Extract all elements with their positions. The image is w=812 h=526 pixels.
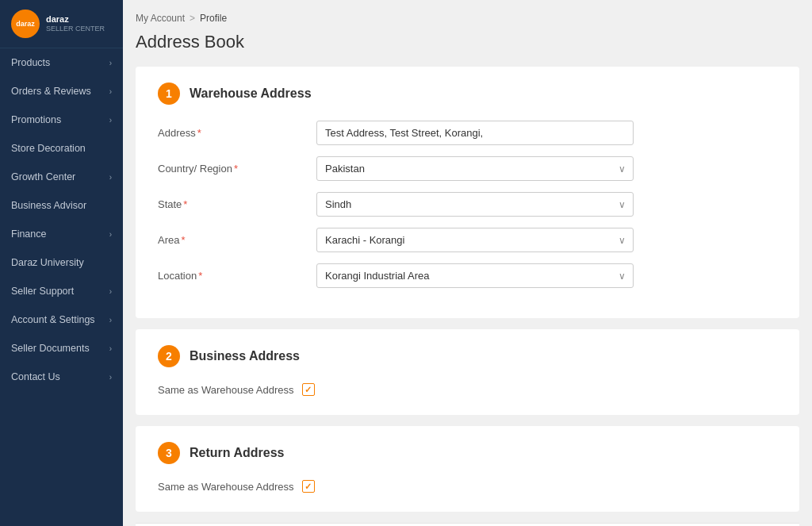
chevron-right-icon: › — [109, 59, 112, 67]
footer-bar: Back Submit — [136, 523, 799, 526]
area-label: Area* — [158, 234, 316, 246]
return-same-as-warehouse-label: Same as Warehouse Address — [158, 481, 294, 493]
sidebar-item-growth-center[interactable]: Growth Center › — [0, 163, 123, 191]
sidebar-item-contact-us[interactable]: Contact Us › — [0, 363, 123, 391]
return-same-checkbox[interactable] — [302, 480, 315, 493]
address-input[interactable] — [316, 121, 634, 145]
business-address-header: 2 Business Address — [158, 345, 777, 367]
business-same-as-warehouse-label: Same as Warehouse Address — [158, 384, 294, 396]
breadcrumb: My Account > Profile — [136, 13, 799, 24]
location-row: Location* Korangi Industrial Area ∨ — [158, 263, 777, 288]
business-address-section: 2 Business Address Same as Warehouse Add… — [136, 329, 799, 415]
chevron-right-icon: › — [109, 287, 112, 296]
return-address-title: Return Address — [190, 446, 284, 460]
sidebar-item-business-advisor[interactable]: Business Advisor — [0, 191, 123, 220]
sidebar: daraz daraz SELLER CENTER Products › Ord… — [0, 0, 123, 526]
main-content: My Account > Profile Address Book 1 Ware… — [123, 0, 812, 526]
section-number-1: 1 — [158, 83, 180, 105]
business-same-checkbox[interactable] — [302, 383, 315, 396]
sidebar-item-account-settings[interactable]: Account & Settings › — [0, 305, 123, 334]
breadcrumb-current: Profile — [200, 13, 227, 24]
area-select[interactable]: Karachi - Korangi — [316, 228, 634, 252]
address-label: Address* — [158, 127, 316, 139]
location-select-wrapper: Korangi Industrial Area ∨ — [316, 263, 634, 288]
chevron-right-icon: › — [109, 173, 112, 182]
logo-text: daraz SELLER CENTER — [46, 14, 105, 33]
logo-icon: daraz — [11, 10, 40, 38]
chevron-right-icon: › — [109, 87, 112, 96]
warehouse-address-section: 1 Warehouse Address Address* Country/ Re… — [136, 67, 799, 318]
state-label: State* — [158, 198, 316, 210]
chevron-right-icon: › — [109, 373, 112, 382]
chevron-right-icon: › — [109, 344, 112, 353]
address-row: Address* — [158, 121, 777, 145]
sidebar-item-finance[interactable]: Finance › — [0, 220, 123, 248]
business-address-title: Business Address — [190, 349, 300, 363]
location-label: Location* — [158, 270, 316, 282]
sidebar-item-seller-documents[interactable]: Seller Documents › — [0, 334, 123, 363]
country-select-wrapper: Pakistan ∨ — [316, 156, 634, 181]
breadcrumb-parent[interactable]: My Account — [136, 13, 185, 24]
sidebar-item-promotions[interactable]: Promotions › — [0, 106, 123, 134]
sidebar-item-products[interactable]: Products › — [0, 48, 123, 77]
sidebar-item-store-decoration[interactable]: Store Decoration — [0, 134, 123, 163]
return-address-section: 3 Return Address Same as Warehouse Addre… — [136, 426, 799, 512]
sidebar-logo: daraz daraz SELLER CENTER — [0, 0, 123, 48]
country-label: Country/ Region* — [158, 163, 316, 175]
chevron-right-icon: › — [109, 230, 112, 239]
state-row: State* Sindh ∨ — [158, 192, 777, 217]
breadcrumb-separator: > — [190, 13, 195, 24]
sidebar-item-seller-support[interactable]: Seller Support › — [0, 277, 123, 305]
country-row: Country/ Region* Pakistan ∨ — [158, 156, 777, 181]
location-select[interactable]: Korangi Industrial Area — [316, 263, 634, 288]
return-address-header: 3 Return Address — [158, 442, 777, 464]
section-number-3: 3 — [158, 442, 180, 464]
return-address-checkbox-row: Same as Warehouse Address — [158, 480, 777, 493]
sidebar-item-orders[interactable]: Orders & Reviews › — [0, 77, 123, 106]
area-select-wrapper: Karachi - Korangi ∨ — [316, 228, 634, 252]
section-number-2: 2 — [158, 345, 180, 367]
warehouse-address-title: Warehouse Address — [190, 86, 312, 101]
sidebar-item-daraz-university[interactable]: Daraz University — [0, 248, 123, 277]
page-title: Address Book — [136, 32, 799, 52]
chevron-right-icon: › — [109, 116, 112, 125]
warehouse-address-header: 1 Warehouse Address — [158, 83, 777, 105]
business-address-checkbox-row: Same as Warehouse Address — [158, 383, 777, 396]
area-row: Area* Karachi - Korangi ∨ — [158, 228, 777, 252]
state-select-wrapper: Sindh ∨ — [316, 192, 634, 217]
country-select[interactable]: Pakistan — [316, 156, 634, 181]
chevron-right-icon: › — [109, 316, 112, 324]
state-select[interactable]: Sindh — [316, 192, 634, 217]
